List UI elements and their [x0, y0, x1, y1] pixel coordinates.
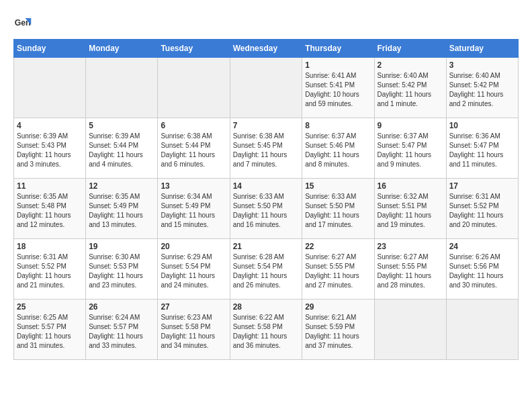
day-number: 22 [305, 242, 371, 251]
calendar-cell: 11Sunrise: 6:35 AM Sunset: 5:48 PM Dayli… [14, 179, 86, 239]
col-thursday: Thursday [302, 40, 374, 58]
calendar-cell: 18Sunrise: 6:31 AM Sunset: 5:52 PM Dayli… [14, 239, 86, 300]
calendar-cell: 2Sunrise: 6:40 AM Sunset: 5:42 PM Daylig… [374, 58, 446, 118]
calendar-cell: 24Sunrise: 6:26 AM Sunset: 5:56 PM Dayli… [446, 239, 518, 300]
day-number: 9 [378, 121, 443, 130]
day-info: Sunrise: 6:33 AM Sunset: 5:50 PM Dayligh… [305, 192, 371, 230]
calendar-cell: 6Sunrise: 6:38 AM Sunset: 5:44 PM Daylig… [158, 118, 230, 179]
calendar-cell: 9Sunrise: 6:37 AM Sunset: 5:47 PM Daylig… [374, 118, 446, 179]
calendar-cell: 26Sunrise: 6:24 AM Sunset: 5:57 PM Dayli… [86, 300, 158, 360]
calendar-cell: 4Sunrise: 6:39 AM Sunset: 5:43 PM Daylig… [14, 118, 86, 179]
day-info: Sunrise: 6:38 AM Sunset: 5:44 PM Dayligh… [161, 132, 226, 169]
calendar-cell: 14Sunrise: 6:33 AM Sunset: 5:50 PM Dayli… [230, 179, 302, 239]
day-number: 16 [378, 181, 443, 191]
day-number: 19 [89, 242, 154, 251]
day-info: Sunrise: 6:33 AM Sunset: 5:50 PM Dayligh… [233, 192, 300, 230]
calendar-cell [14, 58, 86, 118]
calendar-cell: 7Sunrise: 6:38 AM Sunset: 5:45 PM Daylig… [230, 118, 302, 179]
day-number: 11 [17, 181, 83, 191]
day-info: Sunrise: 6:40 AM Sunset: 5:42 PM Dayligh… [378, 71, 443, 109]
day-info: Sunrise: 6:40 AM Sunset: 5:42 PM Dayligh… [449, 71, 515, 109]
calendar-cell: 1Sunrise: 6:41 AM Sunset: 5:41 PM Daylig… [302, 58, 374, 118]
calendar-cell: 28Sunrise: 6:22 AM Sunset: 5:58 PM Dayli… [230, 300, 302, 360]
col-friday: Friday [374, 40, 446, 58]
day-number: 27 [161, 302, 226, 312]
day-number: 1 [305, 60, 371, 70]
day-info: Sunrise: 6:26 AM Sunset: 5:56 PM Dayligh… [449, 253, 515, 290]
day-number: 21 [233, 242, 300, 251]
col-saturday: Saturday [446, 40, 518, 58]
col-sunday: Sunday [14, 40, 86, 58]
day-info: Sunrise: 6:35 AM Sunset: 5:49 PM Dayligh… [89, 192, 154, 230]
day-info: Sunrise: 6:34 AM Sunset: 5:49 PM Dayligh… [161, 192, 226, 230]
day-number: 17 [449, 181, 515, 191]
day-info: Sunrise: 6:31 AM Sunset: 5:52 PM Dayligh… [449, 192, 515, 230]
page-header: Gen [13, 13, 519, 32]
day-number: 4 [17, 121, 83, 130]
day-number: 23 [378, 242, 443, 251]
header-row: Sunday Monday Tuesday Wednesday Thursday… [14, 40, 519, 58]
day-number: 3 [449, 60, 515, 70]
day-info: Sunrise: 6:39 AM Sunset: 5:43 PM Dayligh… [17, 132, 83, 169]
calendar-cell: 5Sunrise: 6:39 AM Sunset: 5:44 PM Daylig… [86, 118, 158, 179]
week-row-1: 1Sunrise: 6:41 AM Sunset: 5:41 PM Daylig… [14, 58, 519, 118]
day-number: 7 [233, 121, 300, 130]
calendar-cell: 15Sunrise: 6:33 AM Sunset: 5:50 PM Dayli… [302, 179, 374, 239]
day-info: Sunrise: 6:24 AM Sunset: 5:57 PM Dayligh… [89, 313, 154, 351]
day-info: Sunrise: 6:31 AM Sunset: 5:52 PM Dayligh… [17, 253, 83, 290]
calendar-cell: 13Sunrise: 6:34 AM Sunset: 5:49 PM Dayli… [158, 179, 230, 239]
col-tuesday: Tuesday [158, 40, 230, 58]
col-wednesday: Wednesday [230, 40, 302, 58]
day-number: 8 [305, 121, 371, 130]
day-number: 13 [161, 181, 226, 191]
day-info: Sunrise: 6:36 AM Sunset: 5:47 PM Dayligh… [449, 132, 515, 169]
calendar-body: 1Sunrise: 6:41 AM Sunset: 5:41 PM Daylig… [14, 58, 519, 360]
day-number: 28 [233, 302, 300, 312]
day-info: Sunrise: 6:29 AM Sunset: 5:54 PM Dayligh… [161, 253, 226, 290]
calendar-cell: 16Sunrise: 6:32 AM Sunset: 5:51 PM Dayli… [374, 179, 446, 239]
week-row-2: 4Sunrise: 6:39 AM Sunset: 5:43 PM Daylig… [14, 118, 519, 179]
day-info: Sunrise: 6:41 AM Sunset: 5:41 PM Dayligh… [305, 71, 371, 109]
day-number: 15 [305, 181, 371, 191]
day-info: Sunrise: 6:39 AM Sunset: 5:44 PM Dayligh… [89, 132, 154, 169]
day-number: 20 [161, 242, 226, 251]
day-info: Sunrise: 6:25 AM Sunset: 5:57 PM Dayligh… [17, 313, 83, 351]
calendar-cell: 3Sunrise: 6:40 AM Sunset: 5:42 PM Daylig… [446, 58, 518, 118]
calendar-cell: 21Sunrise: 6:28 AM Sunset: 5:54 PM Dayli… [230, 239, 302, 300]
calendar-cell: 10Sunrise: 6:36 AM Sunset: 5:47 PM Dayli… [446, 118, 518, 179]
day-info: Sunrise: 6:30 AM Sunset: 5:53 PM Dayligh… [89, 253, 154, 290]
day-info: Sunrise: 6:22 AM Sunset: 5:58 PM Dayligh… [233, 313, 300, 351]
day-info: Sunrise: 6:37 AM Sunset: 5:47 PM Dayligh… [378, 132, 443, 169]
calendar-cell: 25Sunrise: 6:25 AM Sunset: 5:57 PM Dayli… [14, 300, 86, 360]
logo: Gen [13, 13, 35, 32]
week-row-4: 18Sunrise: 6:31 AM Sunset: 5:52 PM Dayli… [14, 239, 519, 300]
day-info: Sunrise: 6:27 AM Sunset: 5:55 PM Dayligh… [378, 253, 443, 290]
col-monday: Monday [86, 40, 158, 58]
day-number: 12 [89, 181, 154, 191]
day-number: 26 [89, 302, 154, 312]
day-number: 18 [17, 242, 83, 251]
day-info: Sunrise: 6:35 AM Sunset: 5:48 PM Dayligh… [17, 192, 83, 230]
calendar-cell: 27Sunrise: 6:23 AM Sunset: 5:58 PM Dayli… [158, 300, 230, 360]
calendar-cell: 12Sunrise: 6:35 AM Sunset: 5:49 PM Dayli… [86, 179, 158, 239]
day-number: 10 [449, 121, 515, 130]
day-number: 5 [89, 121, 154, 130]
day-number: 6 [161, 121, 226, 130]
day-number: 25 [17, 302, 83, 312]
week-row-5: 25Sunrise: 6:25 AM Sunset: 5:57 PM Dayli… [14, 300, 519, 360]
calendar-cell: 22Sunrise: 6:27 AM Sunset: 5:55 PM Dayli… [302, 239, 374, 300]
day-info: Sunrise: 6:27 AM Sunset: 5:55 PM Dayligh… [305, 253, 371, 290]
calendar-cell: 19Sunrise: 6:30 AM Sunset: 5:53 PM Dayli… [86, 239, 158, 300]
calendar-cell: 8Sunrise: 6:37 AM Sunset: 5:46 PM Daylig… [302, 118, 374, 179]
calendar-cell [158, 58, 230, 118]
day-number: 2 [378, 60, 443, 70]
day-info: Sunrise: 6:37 AM Sunset: 5:46 PM Dayligh… [305, 132, 371, 169]
calendar-cell: 20Sunrise: 6:29 AM Sunset: 5:54 PM Dayli… [158, 239, 230, 300]
calendar-cell [230, 58, 302, 118]
calendar-cell [374, 300, 446, 360]
logo-icon: Gen [13, 13, 32, 32]
day-number: 29 [305, 302, 371, 312]
calendar-cell: 17Sunrise: 6:31 AM Sunset: 5:52 PM Dayli… [446, 179, 518, 239]
calendar-cell [446, 300, 518, 360]
calendar-table: Sunday Monday Tuesday Wednesday Thursday… [13, 39, 519, 360]
